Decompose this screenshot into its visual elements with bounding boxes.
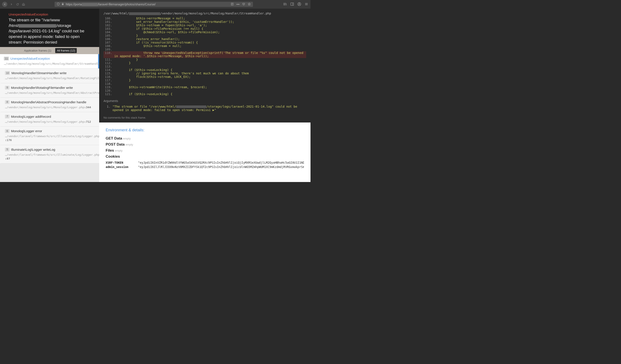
code-line: 110 throw new \UnexpectedValueException(…	[104, 51, 306, 58]
stack-frame[interactable]: 10 Monolog\Handler\StreamHandler write ……	[0, 69, 99, 83]
library-icon[interactable]	[283, 2, 287, 6]
nav-buttons	[2, 2, 25, 7]
frame-num: 6	[5, 129, 9, 133]
stack-frame[interactable]: 9 Monolog\Handler\RotatingFileHandler wr…	[0, 83, 99, 98]
dots-icon[interactable]: •••	[236, 2, 240, 6]
code-line: 102 $this->stream = fopen($this->url, 'a…	[104, 24, 306, 27]
frame-title: Monolog\Handler\StreamHandler write	[11, 71, 67, 75]
code-line: 112 }	[104, 61, 306, 65]
code-line: 106 restore_error_handler();	[104, 37, 306, 41]
url-bar[interactable]: https://porta/laravel-filemanager/photos…	[54, 2, 253, 7]
url-text: https://porta/laravel-filemanager/photos…	[66, 2, 229, 6]
frame-path: …/vendor/monolog/monolog/src/Monolog/Han…	[5, 91, 95, 95]
stack-frame[interactable]: 8 Monolog\Handler\AbstractProcessingHand…	[0, 98, 99, 112]
star-icon[interactable]	[248, 2, 251, 6]
forward-button[interactable]	[9, 2, 13, 6]
frame-title: Monolog\Handler\RotatingFileHandler writ…	[11, 86, 73, 89]
error-header: UnexpectedValueException The stream or f…	[0, 9, 99, 47]
frame-title: Illuminate\Log\Logger writeLog	[11, 148, 55, 151]
frame-path: …/vendor/monolog/monolog/src/Monolog/Log…	[5, 105, 95, 109]
env-section: Environment & details: GET DataemptyPOST…	[99, 122, 310, 182]
frame-title: Monolog\Handler\AbstractProcessingHandle…	[11, 100, 86, 104]
stack-frame[interactable]: 6 Monolog\Logger error …/vendor/laravel/…	[0, 127, 99, 145]
home-button[interactable]	[22, 2, 25, 6]
cookie-row: admin_session"eyJpdiI6IlJlRlJIOXNvNzV0MX…	[106, 165, 304, 169]
code-line: 118	[104, 82, 306, 86]
frame-num: 8	[5, 100, 9, 104]
sidebar-icon[interactable]	[290, 2, 294, 6]
code-line: 119 $this->streamWrite($this->stream, $r…	[104, 86, 306, 89]
frame-path: …/vendor/monolog/monolog/src/Monolog/Han…	[4, 62, 94, 66]
reader-icon[interactable]	[231, 2, 234, 6]
back-button[interactable]	[2, 2, 7, 7]
browser-chrome: https://porta/laravel-filemanager/photos…	[0, 0, 310, 9]
code-line: 109	[104, 48, 306, 51]
frame-path: …/vendor/laravel/framework/src/Illuminat…	[5, 134, 95, 142]
exception-message: The stream or file "/var/www /html//stor…	[9, 17, 91, 45]
account-icon[interactable]	[297, 2, 301, 6]
frame-num: 11	[4, 57, 9, 60]
arguments-list: 1. "The stream or file "/var/www/html//s…	[99, 104, 310, 114]
frame-title: Monolog\Logger error	[11, 129, 42, 133]
exception-type: UnexpectedValueException	[9, 13, 91, 16]
frame-path: …/vendor/laravel/framework/src/Illuminat…	[5, 153, 95, 161]
pocket-icon[interactable]	[242, 2, 245, 6]
code-line: 105 }	[104, 34, 306, 37]
shield-icon	[57, 2, 60, 6]
frame-num: 5	[5, 148, 9, 151]
code-line: 103 if ($this->filePermission !== null) …	[104, 27, 306, 31]
stack-frames[interactable]: 11 UnexpectedValueException …/vendor/mon…	[0, 54, 99, 182]
left-panel: UnexpectedValueException The stream or f…	[0, 9, 99, 182]
cookies-table: XSRF-TOKEN"eyJpdiI6InVZR1dYZW00dlVYWG5aS…	[106, 161, 304, 169]
tab-all-frames[interactable]: All frames (12)	[55, 48, 77, 53]
code-line: 107 if (!is_resource($this->stream)) {	[104, 41, 306, 44]
frame-tabs: Application frames (1) All frames (12)	[0, 47, 99, 54]
env-row: POST Dataempty	[106, 142, 304, 147]
source-file-path: /var/www/html//vendor/monolog/monolog/sr…	[99, 9, 310, 17]
code-line: 111 }	[104, 58, 306, 61]
frame-num: 10	[5, 71, 10, 75]
stack-frame[interactable]: 5 Illuminate\Log\Logger writeLog …/vendo…	[0, 145, 99, 163]
env-row: Cookies	[106, 154, 304, 159]
frame-title: UnexpectedValueException	[10, 57, 50, 60]
code-line: 113	[104, 65, 306, 68]
no-comments: No comments for this stack frame.	[99, 114, 310, 122]
frame-title: Monolog\Logger addRecord	[11, 115, 51, 118]
env-title: Environment & details:	[106, 128, 304, 132]
code-line: 108 $this->stream = null;	[104, 44, 306, 48]
code-block: 100 $this->errorMessage = null;101 set_e…	[99, 17, 310, 98]
svg-rect-4	[291, 3, 294, 5]
arguments-header: Arguments	[99, 98, 310, 104]
svg-point-7	[299, 3, 300, 4]
code-line: 116 flock($this->stream, LOCK_EX);	[104, 75, 306, 79]
stack-frame[interactable]: 11 UnexpectedValueException …/vendor/mon…	[0, 54, 99, 69]
code-line: 121 if ($this->useLocking) {	[104, 92, 306, 96]
right-panel: /var/www/html//vendor/monolog/monolog/sr…	[99, 9, 310, 182]
code-line: 101 set_error_handler(array($this, 'cust…	[104, 20, 306, 24]
frame-num: 9	[5, 86, 9, 89]
code-line: 120	[104, 89, 306, 92]
chrome-right	[283, 2, 308, 6]
code-line: 100 $this->errorMessage = null;	[104, 17, 306, 20]
frame-path: …/vendor/monolog/monolog/src/Monolog/Han…	[5, 76, 95, 80]
reload-button[interactable]	[16, 2, 19, 6]
frame-path: …/vendor/monolog/monolog/src/Monolog/Log…	[5, 120, 95, 124]
env-row: Filesempty	[106, 148, 304, 153]
menu-icon[interactable]	[305, 2, 308, 6]
frame-num: 7	[5, 115, 9, 118]
argument-num: 1.	[107, 105, 110, 112]
env-row: GET Dataempty	[106, 136, 304, 140]
code-line: 117 }	[104, 79, 306, 82]
url-icons: •••	[231, 2, 251, 6]
code-line: 114 if ($this->useLocking) {	[104, 68, 306, 72]
tab-app-frames[interactable]: Application frames (1)	[22, 48, 53, 53]
stack-frame[interactable]: 7 Monolog\Logger addRecord …/vendor/mono…	[0, 112, 99, 127]
code-line: 115 // ignoring errors here, there's not…	[104, 72, 306, 75]
lock-icon	[61, 2, 64, 6]
code-line: 104 @chmod($this->url, $this->filePermis…	[104, 31, 306, 34]
cookie-row: XSRF-TOKEN"eyJpdiI6InVZR1dYZW00dlVYWG5aS…	[106, 161, 304, 164]
